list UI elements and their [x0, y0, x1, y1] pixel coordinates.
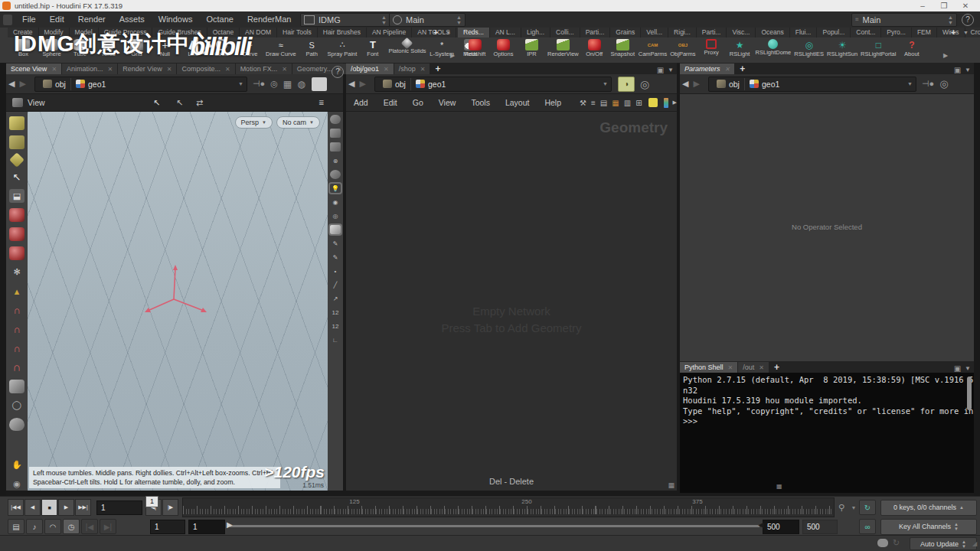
menu-item[interactable]: Layout: [498, 95, 537, 111]
key-dropdown-icon[interactable]: ▼: [848, 505, 859, 510]
new-tab-icon[interactable]: +: [430, 64, 445, 74]
shelf-tool[interactable]: ≈ Draw Curve: [264, 38, 298, 57]
display-objects-icon[interactable]: ◍: [297, 79, 305, 90]
shelf-tab[interactable]: FEM: [912, 28, 937, 37]
lighting-icon[interactable]: 💡: [330, 184, 341, 193]
pane-tab[interactable]: Parameters ✕: [680, 64, 734, 74]
sticky-note-icon[interactable]: [648, 98, 658, 107]
playback-range-start-field[interactable]: 1: [188, 520, 225, 534]
close-tab-icon[interactable]: ✕: [759, 364, 764, 371]
show-handles-icon[interactable]: [9, 116, 24, 130]
shelf-menu-icon[interactable]: ▼: [446, 30, 451, 35]
show-templates-icon[interactable]: [9, 152, 24, 168]
shelf-tool[interactable]: Proxy: [697, 38, 726, 56]
channel-scope-icon[interactable]: ∞: [859, 519, 876, 534]
back-icon[interactable]: ◀: [682, 79, 688, 89]
shelf-tab[interactable]: Flui...: [790, 28, 818, 37]
shelf-menu-icon[interactable]: ▼: [963, 30, 969, 35]
shelf-tab[interactable]: Parti...: [580, 28, 611, 37]
close-tab-icon[interactable]: ✕: [728, 364, 733, 371]
key-search-icon[interactable]: ⚲: [835, 503, 848, 513]
shelf-tool[interactable]: IPR: [518, 38, 546, 57]
network-overview-icon[interactable]: ▦: [668, 481, 675, 489]
path-field[interactable]: obj geo1 ▼: [34, 77, 247, 92]
key-all-channels-button[interactable]: Key All Channels ▲▼: [880, 519, 977, 535]
path-node[interactable]: geo1: [70, 78, 110, 90]
menu-item[interactable]: Go: [405, 95, 431, 111]
audio-icon[interactable]: ♪: [26, 519, 43, 534]
new-tab-icon[interactable]: +: [735, 64, 750, 74]
viewport-layout-button[interactable]: [312, 77, 327, 91]
shelf-tab[interactable]: Ligh...: [521, 28, 550, 37]
sculpt-tool-icon[interactable]: [9, 380, 24, 393]
menu-item[interactable]: Edit: [376, 95, 405, 111]
pane-tab[interactable]: Animation... ✕: [62, 64, 117, 74]
close-tab-icon[interactable]: ✕: [108, 66, 113, 73]
secure-selection-icon[interactable]: ⬓: [9, 189, 24, 203]
rows-icon[interactable]: ▤: [600, 99, 607, 107]
handles-icon[interactable]: ⇄: [196, 98, 203, 108]
auto-update-selector[interactable]: Auto Update ▲▼: [910, 537, 977, 550]
shelf-tab[interactable]: Reds...: [458, 28, 490, 37]
maximize-button[interactable]: ❐: [934, 0, 954, 11]
path-dropdown-icon[interactable]: ▼: [234, 81, 243, 86]
pane-tab[interactable]: /out ✕: [738, 362, 769, 373]
shelf-tab[interactable]: Parti...: [697, 28, 727, 37]
transport-button[interactable]: ▶▶|: [75, 499, 91, 516]
character-pick-icon[interactable]: ▲: [9, 285, 24, 298]
shelf-add-icon[interactable]: +: [433, 28, 438, 37]
back-icon[interactable]: ◀: [8, 79, 15, 89]
path-field[interactable]: obj geo1 ▼: [374, 77, 612, 92]
select-objects-icon[interactable]: ↖: [176, 98, 183, 108]
playback-range-end-field[interactable]: 500: [763, 520, 799, 534]
python-console[interactable]: Python 2.7.15 (default, Apr 8 2019, 15:3…: [680, 373, 974, 493]
select-mode-icon[interactable]: ↖: [153, 98, 160, 108]
shelf-tab[interactable]: Visc...: [727, 28, 756, 37]
playback-range-slider[interactable]: ▶ ◀: [225, 518, 763, 535]
shelf-tab[interactable]: Colli...: [550, 28, 580, 37]
close-tab-icon[interactable]: ✕: [282, 66, 287, 73]
shelf-tool[interactable]: OBJ ObjParms: [668, 38, 697, 57]
shelf-tool[interactable]: Options: [489, 38, 518, 57]
normal-marker-icon[interactable]: ╱: [330, 280, 341, 289]
close-tab-icon[interactable]: ✕: [225, 66, 230, 73]
follow-network-icon[interactable]: ◎: [270, 79, 278, 89]
circle-select-icon[interactable]: ◯: [9, 399, 24, 412]
global-range-start-field[interactable]: 1: [150, 520, 185, 534]
color-bar-icon[interactable]: [664, 98, 668, 108]
shelf-tab[interactable]: AN L...: [490, 28, 521, 37]
network-canvas[interactable]: Geometry Empty Network Press Tab to Add …: [346, 112, 677, 491]
shelf-overflow-icon[interactable]: ▶: [450, 52, 455, 59]
pane-tab[interactable]: Render View ✕: [118, 64, 176, 74]
ghost-objects-icon[interactable]: ▦: [283, 79, 292, 90]
view-tool-icon[interactable]: [9, 208, 24, 222]
shelf-tool[interactable]: □ RSLightPortal: [859, 38, 897, 57]
brush-a-icon[interactable]: ✎: [330, 239, 341, 248]
realtime-toggle-icon[interactable]: ◷: [63, 519, 80, 534]
snapshot-lamp-button[interactable]: ◑: [618, 77, 635, 92]
shelf-tool[interactable]: On/Off: [580, 38, 609, 57]
minimize-button[interactable]: –: [913, 0, 933, 11]
show-points-icon[interactable]: [9, 135, 24, 149]
pane-menu-icon[interactable]: ▼: [965, 67, 971, 73]
path-node[interactable]: geo1: [410, 78, 450, 90]
shelf-tool[interactable]: RSLightDome: [754, 38, 793, 56]
path-node[interactable]: geo1: [744, 78, 784, 90]
path-dropdown-icon[interactable]: ▼: [598, 81, 608, 86]
shelf-tool[interactable]: T Font: [358, 38, 387, 57]
close-tab-icon[interactable]: ✕: [384, 66, 389, 73]
magnet-icon[interactable]: ∩: [9, 360, 24, 374]
close-tab-icon[interactable]: ✕: [725, 66, 730, 73]
transport-button[interactable]: ▶: [58, 499, 74, 516]
eye-icon[interactable]: [330, 115, 341, 124]
current-frame-field[interactable]: 1: [96, 500, 142, 515]
pane-layout-icon[interactable]: ▣: [954, 66, 961, 74]
rotate-tool-icon[interactable]: [9, 246, 24, 260]
brush-b-icon[interactable]: ✎: [330, 253, 341, 262]
main-combo-left[interactable]: Main ▲▼: [389, 13, 466, 27]
shelf-tool[interactable]: ∴ Spray Paint: [326, 38, 359, 57]
playbar-options-icon[interactable]: ▤: [8, 519, 24, 534]
snap-marker-icon[interactable]: ◎: [330, 211, 341, 220]
menu-item[interactable]: Add: [346, 95, 376, 111]
pane-tab[interactable]: Python Shell ✕: [680, 362, 737, 373]
